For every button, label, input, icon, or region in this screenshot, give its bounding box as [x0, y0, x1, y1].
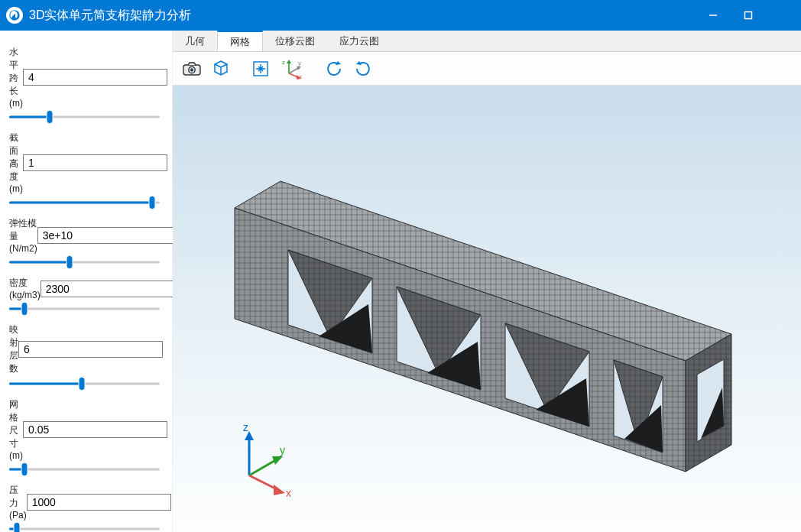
tab-几何[interactable]: 几何: [173, 31, 217, 51]
param-row: 密度(kg/m3): [9, 277, 160, 300]
param-slider[interactable]: [9, 257, 160, 268]
svg-text:z: z: [282, 59, 285, 66]
param-label: 映射层数: [9, 323, 18, 375]
param-slider[interactable]: [9, 524, 160, 532]
tab-网格[interactable]: 网格: [217, 31, 263, 51]
param-label: 水平跨长(m): [9, 46, 23, 109]
maximize-button[interactable]: [731, 0, 766, 31]
param-input[interactable]: [18, 341, 163, 358]
param-label: 截面高度(m): [9, 131, 23, 194]
result-tabs: 几何网格位移云图应力云图: [173, 31, 801, 52]
param-row: 截面高度(m): [9, 131, 160, 194]
view-cube-icon[interactable]: [208, 56, 234, 82]
axis-icon[interactable]: zyx: [277, 56, 307, 82]
title-bar: 3D实体单元简支桁架静力分析: [0, 0, 801, 31]
param-slider[interactable]: [9, 378, 160, 389]
tab-位移云图[interactable]: 位移云图: [263, 31, 327, 51]
svg-marker-43: [274, 485, 285, 495]
rotate-left-icon[interactable]: [321, 56, 347, 82]
param-input[interactable]: [23, 421, 167, 438]
axis-triad: z y x: [226, 422, 303, 501]
param-slider[interactable]: [9, 303, 160, 314]
svg-point-5: [190, 68, 193, 71]
axis-z-label: z: [243, 421, 248, 433]
svg-rect-2: [745, 12, 752, 19]
fit-icon[interactable]: [248, 56, 274, 82]
param-input[interactable]: [23, 69, 167, 86]
app-icon: [6, 7, 23, 24]
svg-marker-41: [272, 456, 283, 465]
param-row: 网格尺寸(m): [9, 398, 160, 461]
param-row: 映射层数: [9, 323, 160, 375]
param-label: 网格尺寸(m): [9, 398, 23, 461]
window-title: 3D实体单元简支桁架静力分析: [29, 8, 696, 24]
minimize-button[interactable]: [696, 0, 731, 31]
param-row: 水平跨长(m): [9, 46, 160, 109]
3d-viewport[interactable]: z y x: [173, 86, 801, 532]
param-row: 弹性模量(N/m2): [9, 217, 160, 254]
window-controls: [696, 0, 801, 31]
tab-应力云图[interactable]: 应力云图: [327, 31, 391, 51]
axis-y-label: y: [280, 444, 285, 456]
param-row: 压力(Pa): [9, 484, 160, 521]
param-slider[interactable]: [9, 197, 160, 208]
svg-marker-8: [287, 60, 291, 63]
param-input[interactable]: [41, 281, 185, 297]
svg-text:y: y: [298, 60, 301, 66]
param-input[interactable]: [27, 494, 171, 511]
param-label: 弹性模量(N/m2): [9, 217, 37, 254]
axis-x-label: x: [286, 487, 291, 499]
param-slider[interactable]: [9, 112, 160, 122]
param-label: 压力(Pa): [9, 484, 27, 521]
parameters-panel: 水平跨长(m)截面高度(m)弹性模量(N/m2)密度(kg/m3)映射层数网格尺…: [0, 31, 173, 532]
param-input[interactable]: [23, 154, 167, 171]
camera-icon[interactable]: [179, 56, 205, 82]
param-label: 密度(kg/m3): [9, 277, 41, 300]
viewport-toolbar: zyx: [173, 52, 801, 86]
param-slider[interactable]: [9, 464, 160, 475]
svg-text:x: x: [299, 73, 302, 79]
rotate-right-icon[interactable]: [350, 56, 376, 82]
param-input[interactable]: [37, 227, 182, 244]
